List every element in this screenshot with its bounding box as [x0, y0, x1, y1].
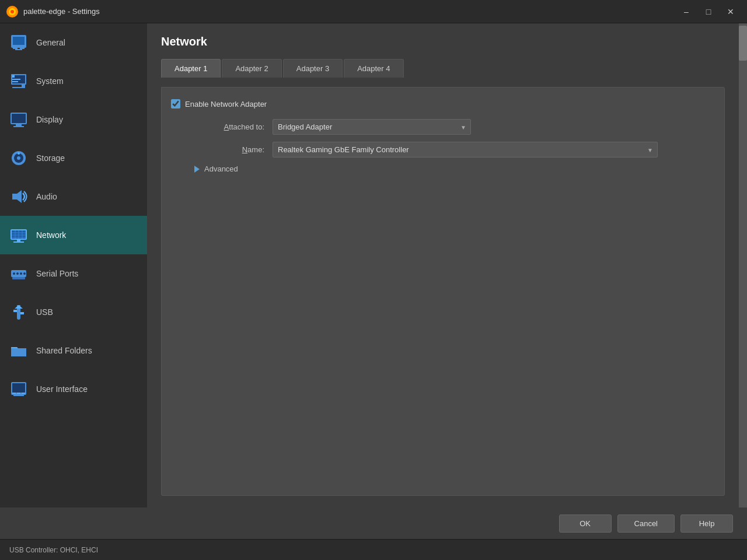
svg-point-38: [23, 272, 26, 275]
sidebar-item-display[interactable]: Display: [0, 100, 147, 139]
svg-rect-43: [20, 312, 24, 314]
svg-rect-10: [12, 75, 15, 78]
name-label: Name:: [189, 145, 264, 154]
svg-rect-12: [12, 81, 18, 82]
tab-adapter1[interactable]: Adapter 1: [161, 59, 221, 78]
sidebar-item-user-interface[interactable]: User Interface: [0, 370, 147, 408]
svg-rect-49: [17, 393, 20, 394]
shared-folders-icon: [9, 341, 28, 360]
sidebar-item-system[interactable]: System: [0, 62, 147, 100]
status-bar: USB Controller: OHCI, EHCI: [0, 539, 747, 560]
attached-to-select[interactable]: Bridged Adapter Not attached NAT NAT Net…: [273, 119, 471, 135]
svg-rect-4: [13, 37, 25, 45]
svg-rect-50: [22, 393, 25, 394]
svg-rect-33: [13, 242, 24, 243]
sidebar-item-shared-folders[interactable]: Shared Folders: [0, 331, 147, 370]
svg-marker-23: [12, 190, 22, 203]
page-title: Network: [161, 35, 725, 48]
svg-point-44: [17, 316, 20, 320]
maximize-button[interactable]: □: [698, 4, 719, 20]
enable-network-adapter-row: Enable Network Adapter: [171, 99, 715, 108]
close-button[interactable]: ✕: [720, 4, 741, 20]
tab-adapter4[interactable]: Adapter 4: [344, 59, 403, 78]
sidebar-item-general[interactable]: General: [0, 23, 147, 62]
app-icon: [6, 5, 19, 18]
title-bar: palette-edge - Settings – □ ✕: [0, 0, 747, 23]
sidebar-item-storage-label: Storage: [36, 153, 65, 163]
svg-point-35: [13, 272, 15, 275]
sidebar-item-network-label: Network: [36, 230, 66, 240]
svg-rect-5: [13, 47, 18, 49]
ok-button[interactable]: OK: [559, 514, 612, 533]
svg-rect-48: [12, 393, 16, 394]
advanced-arrow-icon: [194, 166, 200, 173]
window-title: palette-edge - Settings: [23, 7, 676, 16]
button-bar: OK Cancel Help: [0, 508, 747, 539]
svg-rect-42: [13, 310, 17, 312]
sidebar-item-user-interface-label: User Interface: [36, 384, 88, 394]
system-icon: [9, 72, 28, 90]
sidebar-item-system-label: System: [36, 76, 64, 86]
svg-rect-16: [12, 114, 26, 123]
svg-rect-47: [12, 383, 25, 393]
svg-rect-14: [12, 87, 22, 88]
usb-icon: [9, 303, 28, 321]
tab-adapter2[interactable]: Adapter 2: [222, 59, 281, 78]
enable-network-adapter-checkbox[interactable]: [171, 99, 180, 108]
svg-point-2: [11, 10, 14, 13]
minimize-button[interactable]: –: [676, 4, 697, 20]
tab-adapter3[interactable]: Adapter 3: [283, 59, 343, 78]
svg-rect-17: [16, 124, 22, 126]
sidebar-item-network[interactable]: Network: [0, 216, 147, 254]
svg-marker-41: [15, 305, 23, 309]
svg-rect-18: [13, 126, 24, 127]
network-icon: [9, 226, 28, 244]
name-row: Name: Realtek Gaming GbE Family Controll…: [171, 142, 715, 158]
advanced-toggle[interactable]: Advanced: [194, 164, 715, 173]
window-controls: – □ ✕: [676, 4, 741, 20]
attached-to-select-wrapper: Bridged Adapter Not attached NAT NAT Net…: [273, 119, 471, 135]
advanced-label: Advanced: [204, 164, 238, 173]
svg-rect-45: [11, 348, 26, 356]
content-area: Network Adapter 1 Adapter 2 Adapter 3 Ad…: [147, 23, 739, 508]
help-button[interactable]: Help: [680, 514, 733, 533]
scrollbar[interactable]: [739, 23, 747, 508]
sidebar-item-general-label: General: [36, 38, 65, 47]
main-layout: General System: [0, 23, 747, 508]
adapter-tabs: Adapter 1 Adapter 2 Adapter 3 Adapter 4: [161, 59, 725, 78]
sidebar-item-usb-label: USB: [36, 307, 53, 317]
scrollbar-thumb[interactable]: [739, 26, 747, 61]
svg-point-21: [17, 156, 20, 160]
sidebar-item-storage[interactable]: Storage: [0, 139, 147, 177]
sidebar-item-serial-ports-label: Serial Ports: [36, 269, 78, 278]
serial-ports-icon: [9, 264, 28, 283]
audio-icon: [9, 187, 28, 206]
svg-rect-6: [20, 47, 25, 49]
storage-icon: [9, 149, 28, 167]
sidebar-item-audio[interactable]: Audio: [0, 177, 147, 216]
cancel-button[interactable]: Cancel: [617, 514, 675, 533]
general-icon: [9, 33, 28, 52]
svg-rect-7: [15, 49, 22, 50]
svg-point-36: [16, 272, 19, 275]
sidebar-item-serial-ports[interactable]: Serial Ports: [0, 254, 147, 293]
attached-to-row: Attached to: Bridged Adapter Not attache…: [171, 119, 715, 135]
svg-rect-11: [12, 79, 20, 80]
user-interface-icon: [9, 380, 28, 398]
svg-rect-13: [22, 85, 25, 88]
settings-panel: Enable Network Adapter Attached to: Brid…: [161, 87, 725, 496]
sidebar-item-usb[interactable]: USB: [0, 293, 147, 331]
attached-to-label: Attached to:: [189, 123, 264, 131]
status-text: USB Controller: OHCI, EHCI: [9, 546, 98, 554]
svg-point-37: [20, 272, 22, 275]
svg-point-22: [18, 152, 20, 155]
name-select[interactable]: Realtek Gaming GbE Family Controller: [273, 142, 658, 158]
sidebar-item-display-label: Display: [36, 115, 63, 124]
svg-rect-32: [17, 240, 20, 242]
display-icon: [9, 110, 28, 129]
svg-rect-39: [12, 277, 25, 279]
svg-rect-51: [13, 395, 24, 396]
sidebar-item-shared-folders-label: Shared Folders: [36, 346, 92, 355]
sidebar-item-audio-label: Audio: [36, 192, 57, 201]
enable-network-adapter-label[interactable]: Enable Network Adapter: [185, 100, 267, 108]
